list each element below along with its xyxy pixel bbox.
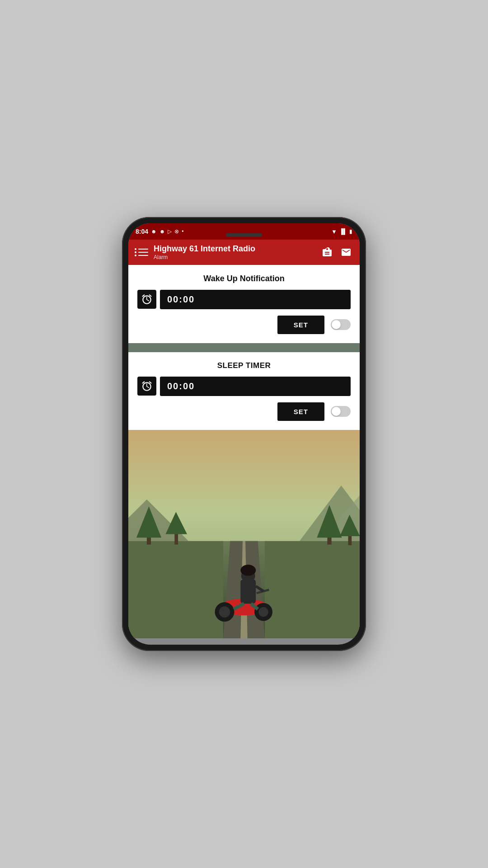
sleep-timer-card: SLEEP TIMER 00:00 SET (128, 352, 360, 430)
signal-bars-icon: ▐▌ (339, 228, 347, 235)
main-content: Wake Up Notification 00:00 SET (128, 265, 360, 638)
play-icon: ▷ (168, 228, 172, 235)
svg-rect-7 (128, 541, 223, 638)
sleep-timer-title: SLEEP TIMER (137, 361, 351, 370)
sleep-timer-action-row: SET (137, 402, 351, 421)
alarm-clock-icon (141, 293, 153, 305)
background-image-area (128, 430, 360, 638)
wake-up-time-display[interactable]: 00:00 (160, 290, 351, 309)
sleep-timer-toggle-knob (332, 407, 341, 416)
alarm-clock-icon-box (137, 290, 156, 309)
svg-rect-8 (265, 541, 360, 638)
menu-dot (135, 251, 136, 253)
app-bar-right (320, 245, 353, 259)
wake-up-action-row: SET (137, 316, 351, 334)
hamburger-menu-button[interactable] (135, 248, 148, 256)
speaker-grille (226, 233, 262, 237)
signal-icon: ⊗ (174, 228, 179, 235)
sleep-timer-toggle[interactable] (331, 406, 351, 417)
menu-line-1 (135, 248, 148, 250)
status-right: ▼ ▐▌ ▮ (331, 228, 352, 235)
phone-shell: 8:04 ☻ ☻ ▷ ⊗ • ▼ ▐▌ ▮ (122, 217, 366, 651)
wake-up-title: Wake Up Notification (137, 274, 351, 283)
sleep-clock-icon-box (137, 377, 156, 396)
menu-line (138, 255, 148, 256)
wake-up-card: Wake Up Notification 00:00 SET (128, 265, 360, 343)
dot-icon: • (182, 228, 183, 235)
menu-line-2 (135, 251, 148, 253)
app-bar-left: Highway 61 Internet Radio Alarm (135, 244, 255, 260)
radio-icon-button[interactable] (320, 245, 334, 259)
menu-line-3 (135, 255, 148, 256)
wake-up-toggle-knob (332, 320, 341, 329)
app-bar: Highway 61 Internet Radio Alarm (128, 240, 360, 265)
svg-point-11 (219, 606, 230, 618)
sleep-timer-set-button[interactable]: SET (277, 402, 324, 421)
svg-rect-15 (240, 579, 256, 604)
sleep-clock-icon (141, 380, 153, 392)
mail-icon-button[interactable] (339, 245, 353, 259)
svg-point-17 (240, 565, 256, 576)
menu-dot (135, 255, 136, 256)
wake-up-toggle[interactable] (331, 319, 351, 330)
wifi-icon: ▼ (331, 228, 337, 235)
wake-up-set-button[interactable]: SET (277, 316, 324, 334)
sleep-timer-time-row: 00:00 (137, 377, 351, 396)
menu-line (138, 249, 148, 250)
app-subtitle: Alarm (154, 254, 255, 260)
svg-point-13 (258, 607, 268, 617)
wake-up-time-row: 00:00 (137, 290, 351, 309)
divider-area (128, 343, 360, 352)
notification-icon-2: ☻ (160, 228, 165, 235)
status-time: 8:04 (136, 228, 148, 235)
menu-line (138, 252, 148, 253)
sleep-timer-time-display[interactable]: 00:00 (160, 377, 351, 396)
status-bar: 8:04 ☻ ☻ ▷ ⊗ • ▼ ▐▌ ▮ (128, 223, 360, 240)
scene-illustration (128, 430, 360, 638)
status-left: 8:04 ☻ ☻ ▷ ⊗ • (136, 228, 184, 235)
battery-icon: ▮ (349, 228, 352, 235)
notification-icon-1: ☻ (151, 228, 157, 235)
app-title-block: Highway 61 Internet Radio Alarm (154, 244, 255, 260)
app-title: Highway 61 Internet Radio (154, 244, 255, 254)
phone-screen: 8:04 ☻ ☻ ▷ ⊗ • ▼ ▐▌ ▮ (128, 223, 360, 645)
menu-dot (135, 248, 136, 250)
